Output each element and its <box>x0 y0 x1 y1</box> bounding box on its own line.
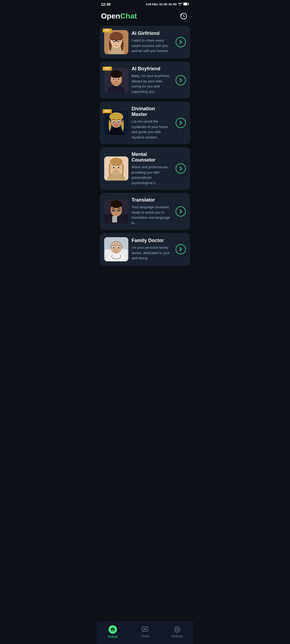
svg-point-75 <box>115 249 117 250</box>
divination-avatar-svg <box>104 111 128 135</box>
svg-point-36 <box>113 121 115 123</box>
status-bar: 12:48 0.50 KB/s 5G HD 5G HD <box>97 0 193 8</box>
card-desc-counselor: Warm and professional, providing you wit… <box>132 164 170 185</box>
svg-point-37 <box>118 121 119 123</box>
svg-point-13 <box>118 41 119 42</box>
hot-badge-divination: HOT <box>103 109 112 113</box>
card-image-container: HOT <box>104 30 128 54</box>
card-arrow-girlfriend[interactable] <box>176 37 186 47</box>
card-ai-girlfriend[interactable]: HOT <box>100 26 190 58</box>
svg-point-12 <box>113 41 115 42</box>
svg-point-33 <box>109 112 123 121</box>
arrow-icon-girlfriend <box>178 40 183 45</box>
card-image-container-doctor <box>104 237 128 261</box>
card-image-container-translator <box>104 199 128 224</box>
card-arrow-boyfriend[interactable] <box>176 75 186 85</box>
svg-point-14 <box>115 43 117 44</box>
logo-open: Open <box>101 12 120 20</box>
card-arrow-divination[interactable] <box>176 118 186 128</box>
logo-chat: Chat <box>120 12 137 20</box>
cards-list: HOT <box>97 26 193 292</box>
girlfriend-avatar-svg <box>104 30 128 54</box>
card-mental-counselor[interactable]: Mental Counselor Warm and professional, … <box>100 147 190 190</box>
svg-point-60 <box>113 210 114 211</box>
svg-point-39 <box>118 121 119 122</box>
card-content-doctor: Family Doctor I'm your personal family d… <box>132 238 170 261</box>
card-title-doctor: Family Doctor <box>132 238 170 243</box>
card-title-divination: Divination Master <box>132 106 170 117</box>
app-logo: OpenChat <box>101 12 137 20</box>
card-content-translator: Translator Your language assistant, read… <box>132 197 170 225</box>
card-translator[interactable]: Translator Your language assistant, read… <box>100 193 190 230</box>
card-desc-doctor: I'm your personal family doctor, dedicat… <box>132 245 170 261</box>
card-content-counselor: Mental Counselor Warm and professional, … <box>132 152 170 185</box>
card-desc-girlfriend: I want to share every sweet moment with … <box>132 38 170 54</box>
svg-rect-69 <box>110 245 111 248</box>
svg-point-23 <box>118 79 119 80</box>
card-arrow-translator[interactable] <box>176 206 186 217</box>
wifi-icon <box>178 3 182 6</box>
card-ai-boyfriend[interactable]: HOT <box>100 62 190 98</box>
counselor-avatar-svg <box>104 156 128 181</box>
svg-point-48 <box>113 167 115 168</box>
svg-point-73 <box>113 247 115 248</box>
history-button[interactable] <box>178 11 189 21</box>
svg-point-38 <box>113 121 114 122</box>
card-image-container-counselor <box>104 156 128 181</box>
network-speed: 0.50 KB/s <box>146 3 158 6</box>
card-title-boyfriend: AI Boyfriend <box>132 66 170 72</box>
card-avatar-translator <box>104 199 128 224</box>
arrow-icon-boyfriend <box>178 78 183 83</box>
svg-point-61 <box>118 210 120 211</box>
card-avatar-doctor <box>104 237 128 261</box>
translator-avatar-svg <box>104 199 128 224</box>
hot-badge: HOT <box>103 28 112 32</box>
status-time: 12:48 <box>101 2 111 6</box>
card-content-boyfriend: AI Boyfriend Baby, I'm your boyfriend, a… <box>132 66 170 94</box>
arrow-icon-doctor <box>178 247 183 252</box>
svg-rect-1 <box>184 3 187 5</box>
boyfriend-avatar-svg <box>104 68 128 92</box>
card-title-girlfriend: AI Girlfriend <box>132 31 170 36</box>
svg-point-25 <box>114 83 119 86</box>
card-content-girlfriend: AI Girlfriend I want to share every swee… <box>132 31 170 54</box>
card-image-container-boyfriend: HOT <box>104 68 128 92</box>
arrow-icon-divination <box>178 120 183 125</box>
arrow-icon-translator <box>178 209 183 214</box>
svg-point-22 <box>113 79 115 80</box>
card-arrow-doctor[interactable] <box>176 244 186 254</box>
card-desc-divination: Let me unveil the mysteries of your futu… <box>132 119 170 140</box>
battery-level <box>183 2 189 6</box>
network-type-2: 5G HD <box>168 3 177 6</box>
card-title-counselor: Mental Counselor <box>132 152 170 163</box>
svg-point-50 <box>115 169 117 170</box>
svg-point-45 <box>110 158 123 166</box>
svg-point-9 <box>110 32 123 40</box>
status-right: 0.50 KB/s 5G HD 5G HD <box>146 2 189 6</box>
history-icon <box>180 12 187 20</box>
card-avatar-divination <box>104 111 128 135</box>
svg-point-49 <box>118 167 119 168</box>
doctor-avatar-svg <box>104 237 128 261</box>
hot-badge-boyfriend: HOT <box>103 67 112 71</box>
svg-point-74 <box>118 247 119 248</box>
card-desc-boyfriend: Baby, I'm your boyfriend, always by your… <box>132 73 170 94</box>
arrow-icon-counselor <box>178 166 183 171</box>
svg-point-62 <box>115 212 117 213</box>
svg-rect-2 <box>188 3 189 5</box>
card-avatar-boyfriend <box>104 68 128 92</box>
card-arrow-counselor[interactable] <box>176 163 186 174</box>
card-avatar-girlfriend <box>104 30 128 54</box>
svg-point-68 <box>111 241 122 254</box>
svg-rect-70 <box>121 245 122 248</box>
network-type-1: 5G HD <box>159 3 168 6</box>
card-title-translator: Translator <box>132 197 170 203</box>
app-header: OpenChat <box>97 8 193 26</box>
svg-point-24 <box>115 81 117 82</box>
svg-rect-63 <box>112 216 117 222</box>
card-desc-translator: Your language assistant, ready to assist… <box>132 204 170 225</box>
card-avatar-counselor <box>104 156 128 181</box>
card-family-doctor[interactable]: Family Doctor I'm your personal family d… <box>100 233 190 266</box>
card-divination-master[interactable]: HOT <box>100 102 190 144</box>
card-image-container-divination: HOT <box>104 111 128 135</box>
